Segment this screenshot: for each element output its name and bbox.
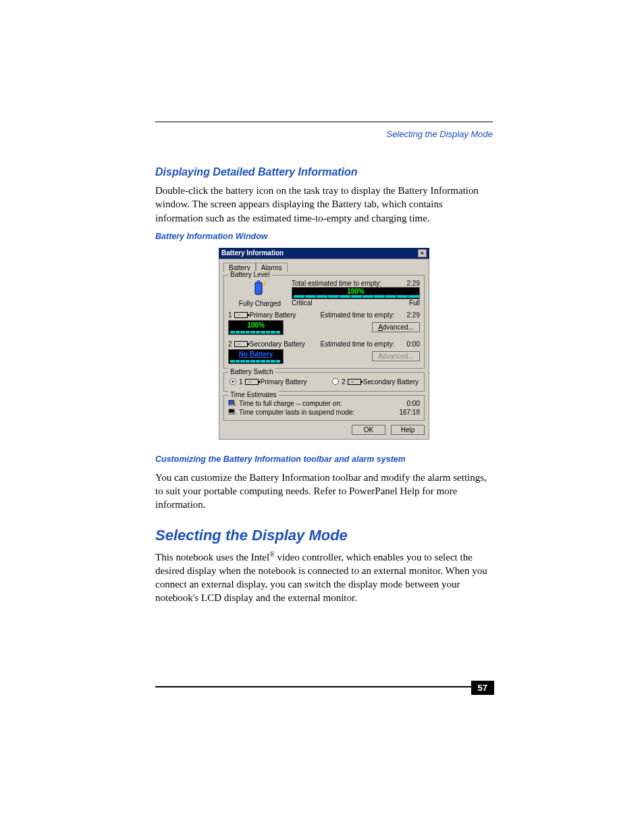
radio-icon [230, 378, 236, 385]
help-button[interactable]: Help [391, 425, 425, 435]
svg-rect-5 [229, 409, 234, 413]
svg-rect-1 [257, 280, 260, 282]
meter-secondary-text: No Battery [239, 350, 273, 358]
radio-icon [332, 378, 339, 385]
paragraph-display-mode: This notebook uses the Intel® video cont… [155, 550, 493, 605]
group-time-estimates: Time Estimates Time to full charge -- co… [223, 395, 425, 421]
value-time-suspend: 167:18 [399, 409, 420, 416]
label-total-est: Total estimated time to empty: [292, 280, 381, 287]
heading-selecting-display-mode: Selecting the Display Mode [155, 527, 493, 544]
p3-part-a: This notebook uses the Intel [155, 552, 269, 563]
primary-index: 1 [228, 311, 232, 319]
caption-battery-window: Battery Information Window [155, 232, 493, 241]
advanced-button-primary[interactable]: Advanced... [372, 322, 420, 332]
ok-button[interactable]: OK [352, 425, 385, 435]
meter-total: 100% [292, 287, 420, 299]
label-primary-est: Estimated time to empty: [320, 311, 394, 319]
label-time-suspend: Time computer lasts in suspend mode: [239, 409, 354, 416]
radio-secondary-label: Secondary Battery [363, 378, 419, 386]
label-critical: Critical [292, 299, 313, 307]
battery-glyph-icon: ← [234, 341, 248, 347]
radio-primary-label: Primary Battery [261, 378, 307, 386]
value-time-full: 0:00 [407, 400, 420, 407]
radio-primary[interactable]: 1 ← Primary Battery [230, 378, 306, 386]
svg-rect-3 [228, 405, 236, 406]
radio-secondary[interactable]: 2 ← Secondary Battery [332, 378, 419, 386]
group-battery-switch: Battery Switch 1 ← Primary Battery 2 ← S… [223, 372, 425, 392]
dialog-title: Battery Information [221, 249, 284, 257]
svg-rect-0 [255, 282, 262, 294]
close-icon[interactable]: × [418, 249, 427, 257]
battery-icon [252, 280, 267, 298]
battery-info-dialog: Battery Information × Battery Alarms Bat… [219, 248, 429, 440]
label-secondary-battery: Secondary Battery [250, 340, 305, 348]
dialog-titlebar: Battery Information × [219, 248, 429, 259]
svg-rect-2 [229, 400, 234, 404]
svg-rect-4 [234, 400, 236, 402]
label-time-full: Time to full charge -- computer on: [239, 400, 342, 407]
label-primary-battery: Primary Battery [250, 311, 296, 319]
registered-icon: ® [269, 550, 275, 558]
laptop-icon [228, 400, 236, 407]
laptop-icon [228, 409, 236, 415]
group-title-switch: Battery Switch [228, 368, 275, 375]
meter-primary: 100% [228, 320, 284, 335]
battery-glyph-icon: ← [234, 312, 248, 318]
value-primary-est: 2:29 [407, 311, 420, 319]
page-number: 57 [471, 681, 494, 695]
value-secondary-est: 0:00 [407, 340, 420, 348]
value-total-est: 2:29 [407, 280, 420, 287]
secondary-index: 2 [228, 340, 232, 348]
group-title-time: Time Estimates [228, 391, 279, 398]
label-fully-charged: Fully Charged [228, 300, 292, 307]
group-battery-level: Battery Level Fully Charged [223, 275, 425, 369]
running-header: Selecting the Display Mode [155, 129, 493, 139]
label-full: Full [409, 299, 420, 307]
paragraph-customizing: You can customize the Battery Informatio… [155, 471, 493, 512]
meter-secondary: No Battery [228, 349, 284, 364]
svg-rect-6 [228, 413, 236, 415]
heading-detailed-battery: Displaying Detailed Battery Information [155, 166, 493, 178]
caption-customizing: Customizing the Battery Information tool… [155, 454, 493, 464]
advanced-button-secondary: Advanced... [372, 351, 420, 361]
paragraph-battery-intro: Double-click the battery icon on the tas… [155, 184, 493, 225]
top-rule [155, 122, 493, 122]
meter-total-text: 100% [347, 288, 365, 295]
meter-primary-text: 100% [247, 321, 265, 329]
page-footer: 57 [155, 686, 493, 687]
group-title-level: Battery Level [228, 271, 271, 278]
battery-glyph-icon: ← [245, 379, 259, 385]
label-secondary-est: Estimated time to empty: [320, 340, 394, 348]
battery-glyph-icon: ← [348, 379, 361, 385]
